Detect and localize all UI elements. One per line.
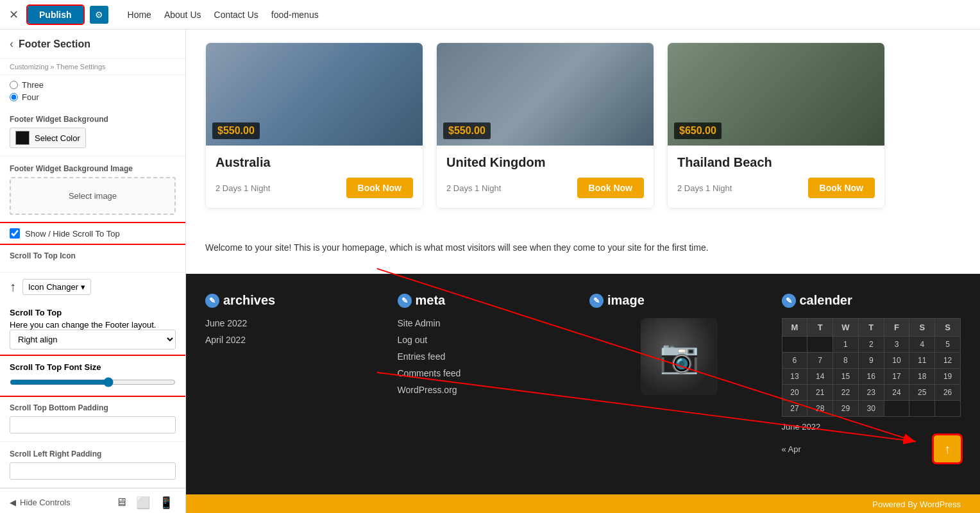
list-item: April 2022 xyxy=(205,335,385,345)
scroll-top-icon-label: Scroll To Top Icon xyxy=(10,251,176,260)
footer-image-title: ✎ image xyxy=(589,293,769,308)
calendar-cell: 3 xyxy=(884,337,909,353)
calendar-cell xyxy=(884,401,909,417)
scroll-hint: Here you can change the Footer layout. xyxy=(10,320,176,330)
price-badge-1: $550.00 xyxy=(443,122,491,139)
select-image-button[interactable]: Select image xyxy=(10,177,176,215)
radio-option-three[interactable]: Three xyxy=(10,80,176,90)
calendar-cell: 20 xyxy=(782,385,807,401)
scroll-to-top-button[interactable]: ↑ xyxy=(934,435,961,462)
cal-header-m: M xyxy=(782,319,807,337)
gear-button[interactable]: ⚙ xyxy=(90,6,108,24)
sidebar-header: ‹ Footer Section xyxy=(0,29,185,59)
tour-duration-0: 2 Days 1 Night xyxy=(215,183,270,193)
nav-contact[interactable]: Contact Us xyxy=(214,10,258,20)
footer-widget-archives: ✎ archives June 2022 April 2022 xyxy=(205,293,385,462)
footer-widget-bg-image-label: Footer Widget Background Image xyxy=(10,164,176,173)
scroll-lr-padding-input[interactable] xyxy=(10,462,176,480)
select-color-button[interactable]: Select Color xyxy=(10,128,86,148)
mobile-view-button[interactable]: 📱 xyxy=(156,493,176,512)
cal-header-t1: T xyxy=(807,319,833,337)
tour-cards: $550.00 Australia 2 Days 1 Night Book No… xyxy=(186,29,980,221)
radio-option-four[interactable]: Four xyxy=(10,92,176,102)
icon-changer-label: Icon Changer xyxy=(28,282,78,292)
close-button[interactable]: ✕ xyxy=(6,5,21,24)
show-hide-checkbox[interactable] xyxy=(10,228,20,239)
scroll-to-top-label: Scroll To Top xyxy=(10,308,176,317)
footer-section: ✎ archives June 2022 April 2022 ✎ meta xyxy=(186,274,980,494)
scroll-bottom-padding-section: Scroll Top Bottom Padding xyxy=(0,396,185,442)
book-now-1[interactable]: Book Now xyxy=(577,178,644,198)
nav-home[interactable]: Home xyxy=(128,10,151,20)
device-buttons: 🖥 ⬜ 📱 xyxy=(113,493,176,512)
list-item: Comments feed xyxy=(398,368,577,378)
tour-duration-1: 2 Days 1 Night xyxy=(446,183,501,193)
bottom-bar: ◀ Hide Controls 🖥 ⬜ 📱 xyxy=(0,488,185,513)
preview-area: $550.00 Australia 2 Days 1 Night Book No… xyxy=(186,29,980,513)
calendar-cell: 26 xyxy=(935,385,961,401)
radio-four[interactable] xyxy=(10,93,18,101)
calendar-cell xyxy=(935,401,961,417)
tour-footer-1: 2 Days 1 Night Book Now xyxy=(446,178,644,198)
tour-duration-2: 2 Days 1 Night xyxy=(677,183,732,193)
scroll-to-top-icon-section: Scroll To Top Icon xyxy=(0,244,185,273)
footer-widget-bg-label: Footer Widget Background xyxy=(10,115,176,124)
calendar-cell: 16 xyxy=(858,369,884,385)
tour-card-body-2: Thailand Beach 2 Days 1 Night Book Now xyxy=(668,146,884,208)
book-now-2[interactable]: Book Now xyxy=(808,178,875,198)
tour-card-image-2: $650.00 xyxy=(668,43,884,146)
footer-archives-title: ✎ archives xyxy=(205,293,385,308)
align-select[interactable]: Left align Center align Right align xyxy=(10,330,176,349)
calendar-cell: 2 xyxy=(858,337,884,353)
list-item: June 2022 xyxy=(205,318,385,328)
powered-label: Powered By WordPress xyxy=(872,500,961,509)
calendar-cell: 29 xyxy=(833,401,859,417)
calendar-cell: 4 xyxy=(909,337,935,353)
nav-food[interactable]: food-menus xyxy=(271,10,319,20)
tour-card-2: $650.00 Thailand Beach 2 Days 1 Night Bo… xyxy=(667,42,885,208)
price-badge-0: $550.00 xyxy=(212,122,260,139)
list-item: Site Admin xyxy=(398,318,577,328)
calendar-cell: 7 xyxy=(807,353,833,369)
tour-card-image-1: $550.00 xyxy=(437,43,654,146)
desktop-view-button[interactable]: 🖥 xyxy=(113,493,130,512)
tour-card-image-0: $550.00 xyxy=(206,43,423,146)
calendar-cell: 10 xyxy=(884,353,909,369)
font-size-label: Scroll To Top Font Size xyxy=(10,362,176,372)
calendar-cell: 25 xyxy=(909,385,935,401)
select-color-label: Select Color xyxy=(35,133,80,143)
footer-meta-title: ✎ meta xyxy=(398,293,577,308)
prev-month-link[interactable]: « Apr xyxy=(782,444,801,454)
back-button[interactable]: ‹ xyxy=(10,37,13,51)
calendar-cell: 1 xyxy=(833,337,859,353)
calendar-cell: 30 xyxy=(858,401,884,417)
publish-button[interactable]: Publish xyxy=(28,6,83,24)
pencil-icon-image: ✎ xyxy=(589,294,604,308)
calendar-month-label: June 2022 xyxy=(782,422,961,432)
font-size-section: Scroll To Top Font Size xyxy=(0,356,185,396)
nav-about[interactable]: About Us xyxy=(164,10,201,20)
list-item: Entries feed xyxy=(398,351,577,362)
book-now-0[interactable]: Book Now xyxy=(346,178,413,198)
hide-controls-button[interactable]: ◀ Hide Controls xyxy=(10,498,71,507)
calendar-cell xyxy=(807,337,833,353)
calendar-cell: 23 xyxy=(858,385,884,401)
scroll-bottom-padding-input[interactable] xyxy=(10,416,176,433)
top-bar: ✕ Publish ⚙ Home About Us Contact Us foo… xyxy=(0,0,980,29)
radio-three[interactable] xyxy=(10,81,18,89)
scroll-lr-padding-section: Scroll Left Right Padding xyxy=(0,442,185,488)
font-size-slider[interactable] xyxy=(10,377,176,387)
cal-header-s1: S xyxy=(909,319,935,337)
column-options: Three Four xyxy=(0,75,185,107)
tablet-view-button[interactable]: ⬜ xyxy=(133,493,153,512)
calendar-cell: 18 xyxy=(909,369,935,385)
tour-card-body-1: United Kingdom 2 Days 1 Night Book Now xyxy=(437,146,654,208)
cal-header-f: F xyxy=(884,319,909,337)
icon-changer-dropdown[interactable]: Icon Changer ▾ xyxy=(22,279,91,295)
calendar-cell: 27 xyxy=(782,401,807,417)
nav-bar: Home About Us Contact Us food-menus xyxy=(128,10,319,20)
welcome-text: Welcome to your site! This is your homep… xyxy=(205,240,961,255)
meta-list: Site Admin Log out Entries feed Comments… xyxy=(398,318,577,395)
chevron-down-icon: ▾ xyxy=(81,282,85,292)
calendar-cell: 11 xyxy=(909,353,935,369)
